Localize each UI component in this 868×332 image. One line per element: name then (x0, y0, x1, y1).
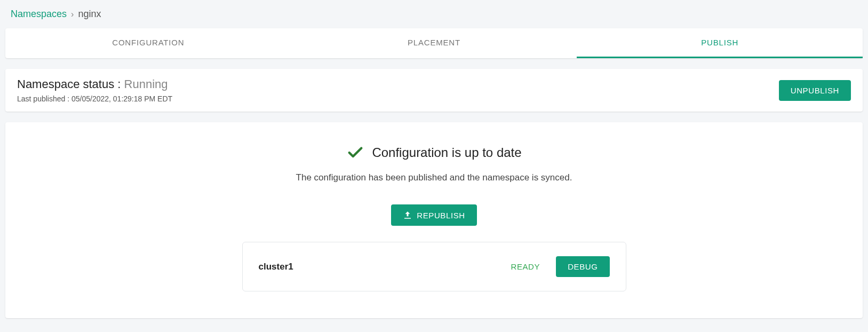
debug-button[interactable]: DEBUG (556, 256, 609, 277)
tab-publish[interactable]: PUBLISH (577, 28, 863, 58)
tabs: CONFIGURATION PLACEMENT PUBLISH (5, 28, 863, 58)
unpublish-button[interactable]: UNPUBLISH (779, 80, 851, 101)
cluster-row: cluster1 READY DEBUG (242, 242, 626, 291)
tabs-card: CONFIGURATION PLACEMENT PUBLISH (5, 28, 863, 58)
check-icon (346, 144, 364, 162)
status-value: Running (124, 77, 168, 91)
publish-subtext: The configuration has been published and… (296, 172, 572, 183)
status-last-published: Last published : 05/05/2022, 01:29:18 PM… (17, 94, 172, 103)
publish-headline: Configuration is up to date (346, 144, 521, 162)
upload-icon (403, 210, 412, 220)
breadcrumb-separator: › (71, 10, 74, 19)
breadcrumb-current: nginx (78, 9, 101, 20)
status-card: Namespace status : Running Last publishe… (5, 69, 863, 112)
publish-card: Configuration is up to date The configur… (5, 122, 863, 318)
status-title: Namespace status : Running (17, 77, 172, 91)
cluster-status: READY (511, 262, 540, 271)
status-left: Namespace status : Running Last publishe… (17, 77, 172, 103)
cluster-name: cluster1 (259, 262, 293, 272)
breadcrumb: Namespaces › nginx (5, 5, 863, 28)
tab-configuration[interactable]: CONFIGURATION (5, 28, 291, 58)
cluster-right: READY DEBUG (511, 256, 609, 277)
publish-headline-text: Configuration is up to date (372, 145, 521, 160)
breadcrumb-root-link[interactable]: Namespaces (11, 9, 67, 20)
republish-label: REPUBLISH (417, 211, 465, 220)
republish-button[interactable]: REPUBLISH (391, 204, 476, 226)
status-label: Namespace status : (17, 77, 121, 91)
tab-placement[interactable]: PLACEMENT (291, 28, 577, 58)
